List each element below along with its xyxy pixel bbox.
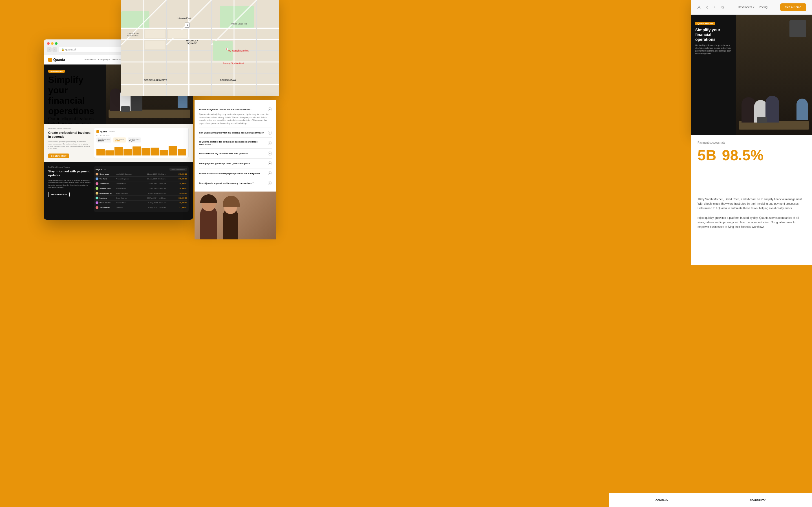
employee-avatar xyxy=(96,173,98,175)
faq-content: How does Quanta handle invoice discrepan… xyxy=(195,100,276,193)
employee-avatar xyxy=(96,206,98,209)
faq-toggle-icon[interactable]: + xyxy=(268,131,272,135)
chart-bar xyxy=(151,148,159,156)
right-navbar: + ⧉ Developers ▾ Pricing See a Demo xyxy=(691,0,812,15)
right-see-demo-button[interactable]: See a Demo xyxy=(780,3,806,11)
right-features-badge: Quanta Features xyxy=(695,22,715,25)
dot-red[interactable] xyxy=(47,42,50,45)
faq-question[interactable]: What payment gateways does Quanta suppor… xyxy=(199,161,272,165)
payroll-search[interactable]: Search employees xyxy=(169,168,187,171)
stat-value-income: $2,560 xyxy=(115,140,124,142)
employee-avatar xyxy=(96,202,98,204)
employee-role: Frontend Dev xyxy=(116,187,147,189)
browser-window-right: + ⧉ Developers ▾ Pricing See a Demo Quan… xyxy=(691,0,812,135)
dashboard-header: Quanta Payroll xyxy=(96,130,186,133)
employee-date: 07 May, 2024 - 11:12 pm xyxy=(147,197,177,199)
right-hero-text: Quanta Features Simplify your financial … xyxy=(691,15,736,135)
invoice-get-started[interactable]: Get Started Now xyxy=(48,154,69,158)
back-button[interactable]: ‹ xyxy=(47,47,52,52)
faq-toggle-icon[interactable]: + xyxy=(268,152,272,156)
employee-amount: 18,000.00 xyxy=(179,187,187,189)
dot-green[interactable] xyxy=(55,42,57,45)
map-label-jersey-city: Jersey City Medical xyxy=(223,62,244,64)
right-content: Quanta Features Simplify your financial … xyxy=(691,15,812,135)
employee-date: 12 Jun, 2024 - 03:02 pm xyxy=(148,187,179,189)
stat-98: 98.5% xyxy=(722,148,763,163)
employee-avatar xyxy=(96,177,98,180)
faq-question[interactable]: Does Quanta support multi-currency trans… xyxy=(199,181,272,185)
right-nav-pricing[interactable]: Pricing xyxy=(759,6,768,9)
dashboard-logo xyxy=(96,130,99,133)
employee-avatar xyxy=(96,187,98,190)
invoice-title: Create professional invoices in seconds xyxy=(48,131,91,139)
dot-yellow[interactable] xyxy=(51,42,54,45)
employee-role: Motion Designer xyxy=(116,192,147,194)
employee-name: Lisa Ann xyxy=(100,197,115,199)
stat-value-2: 98.5% xyxy=(722,147,763,163)
right-hero-image xyxy=(736,15,812,135)
payment-success-label: Payment success rate xyxy=(698,141,805,145)
hero-text: Quanta Features Simplify your financial … xyxy=(44,64,106,124)
quanta-logo-icon xyxy=(48,58,52,62)
faq-item: How secure is my financial data with Qua… xyxy=(199,149,272,159)
payroll-row: Grace Lima Lead UI/UX Designer 21 Jun, 2… xyxy=(96,172,187,177)
right-hero-subtitle: Our intelligent features help businesses… xyxy=(695,44,731,55)
date-range: 01 - 31 July 2024 xyxy=(96,135,186,136)
faq-question[interactable]: How does the automated payroll process w… xyxy=(199,171,272,175)
employee-name: Ted Kent xyxy=(100,178,115,180)
employee-name: Rhea Rainer Jr. xyxy=(100,192,115,194)
faq-question[interactable]: Can Quanta integrate with my existing ac… xyxy=(199,131,272,135)
faq-toggle-icon[interactable]: + xyxy=(268,161,272,165)
quanta-logo[interactable]: Quanta xyxy=(48,58,65,62)
payroll-list: Payroll List Search employees Grace Lima… xyxy=(94,166,189,212)
nav-company[interactable]: Company ▾ xyxy=(98,58,110,61)
payroll-row: James Hess Frontend Dev 13 Jun, 2024 - 0… xyxy=(96,181,187,186)
forward-button[interactable]: › xyxy=(52,47,57,52)
employee-amount: 18,000.00 xyxy=(179,183,187,184)
map-svg xyxy=(121,0,279,96)
svg-rect-22 xyxy=(168,30,188,38)
women-photo xyxy=(195,191,276,239)
employee-amount: 17,000.00 xyxy=(179,207,187,209)
map-label-bergen-lafayette: BERGEN-LAFAYETTE xyxy=(144,79,167,81)
payment-get-started[interactable]: Get Started Now xyxy=(48,192,70,197)
employee-amount: 19,210.00 xyxy=(179,192,187,194)
stat-total-income: Total Income $2,560 xyxy=(113,137,126,143)
add-icon[interactable]: + xyxy=(712,5,717,10)
stat-5b: 5B xyxy=(698,148,716,163)
faq-toggle-icon[interactable]: + xyxy=(268,141,272,145)
faq-toggle-icon[interactable]: + xyxy=(268,171,272,175)
stats-section: Payment success rate 5B 98.5% xyxy=(691,135,812,191)
faq-question-text: Is Quanta suitable for both small busine… xyxy=(199,140,268,146)
right-nav-developers[interactable]: Developers ▾ xyxy=(738,6,754,9)
footer-bar: COMPANY COMMUNITY xyxy=(609,493,812,507)
employee-name: James Hess xyxy=(100,183,115,184)
employee-name: Annabel Jean xyxy=(100,187,115,189)
map-label-ranch-market: 99 Ranch Market xyxy=(229,49,249,52)
map-label-communipaw: COMMUNIPAW xyxy=(220,79,236,81)
map-label-mcginley: MCGINLEYSQUARE xyxy=(186,40,198,45)
payroll-row: Grace Mevetz Frontend Dev 01 May, 2024 -… xyxy=(96,201,187,205)
person-icon[interactable] xyxy=(696,5,702,10)
share-icon[interactable] xyxy=(704,5,709,10)
chart-bar xyxy=(96,149,105,156)
copy-icon[interactable]: ⧉ xyxy=(720,5,725,10)
employee-role: Product Engineer xyxy=(116,178,146,180)
faq-question[interactable]: Is Quanta suitable for both small busine… xyxy=(199,140,272,146)
employee-date: 30 May, 2024 - 03:01 am xyxy=(148,192,179,194)
map-content: Instagram xyxy=(121,0,279,96)
faq-question-text: How secure is my financial data with Qua… xyxy=(199,152,248,155)
faq-toggle-icon[interactable]: + xyxy=(268,181,272,185)
faq-question[interactable]: How secure is my financial data with Qua… xyxy=(199,152,272,156)
payment-badge: Real-Time Payment Tracking xyxy=(48,166,91,168)
employee-role: Lead UI/UX Designer xyxy=(116,173,146,175)
invoice-description: With Quanta, generating and sending invo… xyxy=(48,140,91,150)
faq-question[interactable]: How does Quanta handle invoice discrepan… xyxy=(199,107,272,111)
svg-rect-5 xyxy=(121,11,149,28)
nav-solutions[interactable]: Solutions ▾ xyxy=(84,58,95,61)
chart-bar xyxy=(160,150,168,156)
employee-amount: 175,080.00 xyxy=(179,178,187,180)
developers-label: Developers xyxy=(738,6,752,9)
chart-bar xyxy=(123,149,132,156)
faq-toggle-icon[interactable]: − xyxy=(268,107,272,111)
